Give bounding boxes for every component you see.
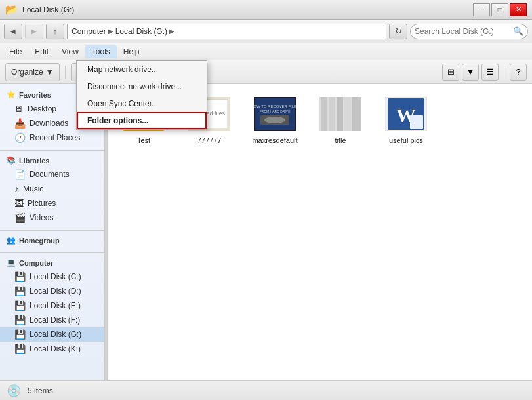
path-drive: Local Disk (G:) <box>115 27 167 36</box>
toolbar-separator-2 <box>504 66 504 79</box>
menu-view[interactable]: View <box>55 45 85 58</box>
file-label-777777: 777777 <box>197 136 222 144</box>
organize-arrow-icon: ▼ <box>46 68 54 77</box>
menu-edit[interactable]: Edit <box>28 45 55 58</box>
search-box[interactable]: 🔍 <box>410 24 528 39</box>
sidebar-item-local-g[interactable]: 💾 Local Disk (G:) <box>0 327 104 342</box>
thumb-word-svg: W <box>385 97 427 131</box>
disk-k-icon: 💾 <box>14 344 26 354</box>
up-button[interactable]: ↑ <box>46 24 64 39</box>
back-arrow-icon: ◀ <box>10 28 16 35</box>
desktop-icon: 🖥 <box>14 104 24 114</box>
sidebar-item-local-e[interactable]: 💾 Local Disk (E:) <box>0 298 104 313</box>
sidebar-section-homegroup: 👥 Homegroup <box>0 233 104 247</box>
file-label-title: title <box>335 136 346 144</box>
file-item-maxresdefault[interactable]: HOW TO RECOVER FILES FROM HARD DRIVE max… <box>245 90 304 148</box>
pictures-icon: 🖼 <box>14 198 24 209</box>
sidebar-section-libraries: 📚 Libraries 📄 Documents ♪ Music 🖼 Pictur… <box>0 153 104 225</box>
help-button[interactable]: ? <box>510 64 527 81</box>
file-label-maxresdefault: maxresdefault <box>252 136 297 144</box>
organize-button[interactable]: Organize ▼ <box>5 63 60 81</box>
title-bar: 📂 Local Disk (G:) ─ □ ✕ <box>0 0 532 20</box>
disk-g-icon: 💾 <box>14 329 26 340</box>
svg-rect-12 <box>337 97 343 131</box>
search-input[interactable] <box>415 27 513 36</box>
svg-rect-18 <box>410 115 423 129</box>
sidebar-item-local-d[interactable]: 💾 Local Disk (D:) <box>0 284 104 298</box>
sidebar-item-music[interactable]: ♪ Music <box>0 182 104 196</box>
path-separator-2: ▶ <box>169 28 174 35</box>
favorites-star-icon: ⭐ <box>7 90 16 99</box>
toolbar-right: ⊞ ▼ ☰ ? <box>442 64 527 81</box>
forward-arrow-icon: ▶ <box>31 28 37 35</box>
view-icons-icon: ⊞ <box>447 67 455 77</box>
up-arrow-icon: ↑ <box>53 26 58 36</box>
svg-rect-4 <box>255 98 295 130</box>
thumb-title-svg <box>319 97 361 131</box>
path-computer: Computer <box>72 27 106 36</box>
svg-text:FROM HARD DRIVE: FROM HARD DRIVE <box>260 110 291 113</box>
libraries-icon: 📚 <box>7 156 16 165</box>
sidebar-item-recent[interactable]: 🕐 Recent Places <box>0 130 104 145</box>
window-icon: 📂 <box>5 3 18 16</box>
file-thumbnail-title <box>317 94 364 134</box>
toolbar-separator-1 <box>65 66 66 79</box>
disk-f-icon: 💾 <box>14 315 26 325</box>
sidebar-libraries-title: 📚 Libraries <box>0 153 104 167</box>
address-path[interactable]: Computer ▶ Local Disk (G:) ▶ <box>67 24 386 39</box>
status-drive-icon: 💿 <box>7 384 21 398</box>
menu-file[interactable]: File <box>3 45 28 58</box>
menu-bar: File Edit View Tools Help Map network dr… <box>0 43 532 60</box>
back-button[interactable]: ◀ <box>4 24 22 39</box>
menu-help[interactable]: Help <box>117 45 146 58</box>
view-list-icon: ☰ <box>486 67 494 77</box>
videos-icon: 🎬 <box>14 212 26 223</box>
menu-item-folder-options[interactable]: Folder options... <box>77 112 207 129</box>
disk-d-icon: 💾 <box>14 286 26 296</box>
svg-point-8 <box>264 117 285 123</box>
sidebar-item-local-c[interactable]: 💾 Local Disk (C:) <box>0 270 104 284</box>
file-thumbnail-maxres: HOW TO RECOVER FILES FROM HARD DRIVE <box>251 94 298 134</box>
sidebar-item-local-f[interactable]: 💾 Local Disk (F:) <box>0 313 104 327</box>
recent-icon: 🕐 <box>14 132 26 143</box>
svg-rect-11 <box>329 97 335 131</box>
computer-icon: 💻 <box>7 258 16 267</box>
svg-rect-10 <box>321 97 327 131</box>
menu-tools[interactable]: Tools <box>85 45 117 58</box>
maximize-button[interactable]: □ <box>491 3 508 16</box>
organize-label: Organize <box>11 68 43 77</box>
sidebar-item-videos[interactable]: 🎬 Videos <box>0 210 104 225</box>
disk-e-icon: 💾 <box>14 300 26 311</box>
menu-item-open-sync[interactable]: Open Sync Center... <box>77 95 207 112</box>
refresh-button[interactable]: ↻ <box>389 24 407 39</box>
close-button[interactable]: ✕ <box>510 3 527 16</box>
minimize-button[interactable]: ─ <box>473 3 490 16</box>
path-separator-1: ▶ <box>108 28 113 35</box>
downloads-icon: 📥 <box>14 118 26 129</box>
svg-rect-13 <box>344 97 351 131</box>
file-label-useful-pics: useful pics <box>389 136 423 144</box>
menu-item-map-network[interactable]: Map network drive... <box>77 61 207 78</box>
sidebar-homegroup-title: 👥 Homegroup <box>0 233 104 247</box>
homegroup-icon: 👥 <box>7 236 16 245</box>
view-icons-button[interactable]: ⊞ <box>442 64 459 81</box>
sidebar-item-pictures[interactable]: 🖼 Pictures <box>0 196 104 210</box>
view-list-button[interactable]: ☰ <box>481 64 499 81</box>
sidebar-item-documents[interactable]: 📄 Documents <box>0 167 104 182</box>
title-bar-controls: ─ □ ✕ <box>473 3 527 16</box>
sidebar-item-local-k[interactable]: 💾 Local Disk (K:) <box>0 342 104 356</box>
view-dropdown-button[interactable]: ▼ <box>462 64 479 81</box>
file-item-title[interactable]: title <box>311 90 370 148</box>
forward-button[interactable]: ▶ <box>25 24 43 39</box>
thumb-maxres-svg: HOW TO RECOVER FILES FROM HARD DRIVE <box>254 97 296 131</box>
svg-rect-14 <box>352 97 361 131</box>
status-bar: 💿 5 items <box>0 380 532 400</box>
search-icon: 🔍 <box>513 26 523 36</box>
menu-item-disconnect-network[interactable]: Disconnect network drive... <box>77 78 207 95</box>
sidebar-divider-3 <box>0 252 104 253</box>
sidebar-section-computer: 💻 Computer 💾 Local Disk (C:) 💾 Local Dis… <box>0 256 104 356</box>
refresh-icon: ↻ <box>395 26 402 36</box>
file-item-useful-pics[interactable]: W useful pics <box>377 90 436 148</box>
svg-text:HOW TO RECOVER FILES: HOW TO RECOVER FILES <box>254 104 296 108</box>
help-icon: ? <box>516 67 520 77</box>
